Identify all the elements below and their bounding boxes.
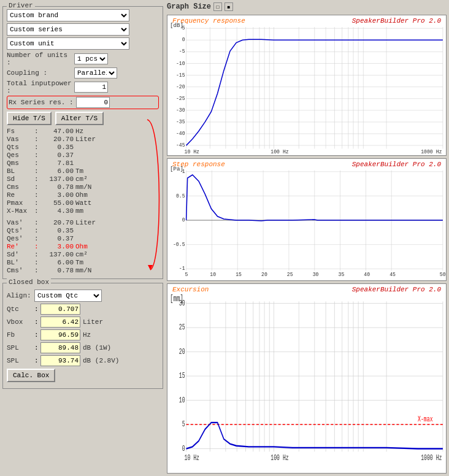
frequency-title-right: SpeakerBuilder Pro 2.0: [352, 17, 441, 25]
svg-text:25: 25: [287, 272, 293, 277]
svg-text:-0.5: -0.5: [173, 242, 185, 247]
align-select[interactable]: Custom Qtc: [34, 290, 102, 302]
svg-text:-35: -35: [176, 119, 185, 125]
svg-text:5: 5: [185, 272, 188, 277]
vbox-row: Vbox : Liter: [7, 317, 159, 328]
rx-series-input[interactable]: [76, 97, 110, 108]
unit-row: Custom unit: [7, 37, 159, 50]
num-units-select[interactable]: 1 pcs: [74, 53, 108, 64]
svg-text:100 Hz: 100 Hz: [271, 454, 288, 463]
left-panel: Driver Custom brand Custom series Custom…: [0, 0, 166, 476]
svg-text:1000 Hz: 1000 Hz: [421, 454, 442, 463]
spl2-input[interactable]: [40, 355, 80, 366]
param-row-sd2: Sd' : 137.00 cm²: [7, 251, 159, 258]
svg-text:-45: -45: [176, 142, 185, 148]
graph-size-small-icon[interactable]: □: [213, 2, 222, 11]
svg-text:20: 20: [179, 347, 185, 356]
svg-text:-10: -10: [176, 60, 185, 66]
svg-text:20: 20: [261, 272, 267, 277]
svg-text:30: 30: [179, 299, 185, 307]
svg-text:1: 1: [182, 169, 185, 174]
graph-size-large-icon[interactable]: ■: [224, 2, 233, 11]
excursion-title-left: Excursion: [172, 286, 209, 293]
step-title-right: SpeakerBuilder Pro 2.0: [352, 161, 441, 168]
svg-text:0: 0: [182, 217, 185, 223]
brand-select[interactable]: Custom brand: [7, 9, 129, 21]
spl2-unit: dB (2.8V): [80, 357, 119, 364]
brand-row: Custom brand: [7, 9, 159, 21]
unit-select[interactable]: Custom unit: [7, 37, 129, 50]
param-row-qes2: Qes' : 0.37: [7, 235, 159, 242]
fb-input[interactable]: [40, 329, 80, 340]
series-select[interactable]: Custom series: [7, 23, 129, 36]
spl1-row: SPL : dB (1W): [7, 342, 159, 353]
svg-text:15: 15: [179, 372, 185, 380]
svg-text:10: 10: [210, 272, 216, 277]
param-row-qes: Qes : 0.37: [7, 152, 159, 159]
svg-text:10 Hz: 10 Hz: [185, 454, 199, 463]
param-row-vas2: Vas' : 20.70 Liter: [7, 219, 159, 226]
ts-button-row: Hide T/S Alter T/S: [7, 112, 159, 125]
params-table: Fs : 47.00 Hz Vas : 20.70 Liter Qts : 0.…: [7, 128, 159, 274]
svg-text:5: 5: [182, 25, 185, 31]
svg-text:-5: -5: [179, 48, 185, 54]
svg-text:-25: -25: [176, 96, 185, 101]
graph-size-header: Graph Size □ ■: [167, 2, 447, 11]
param-row-fs: Fs : 47.00 Hz: [7, 128, 159, 135]
num-units-row: Number of units : 1 pcs: [7, 52, 159, 66]
svg-text:100 Hz: 100 Hz: [271, 149, 288, 155]
total-inputpower-row: Total inputpower :: [7, 80, 159, 94]
svg-text:-15: -15: [176, 72, 185, 78]
svg-text:5: 5: [182, 420, 185, 428]
param-row-sd: Sd : 137.00 cm²: [7, 175, 159, 183]
rx-series-label: Rx Series res. :: [9, 99, 76, 106]
driver-section-label: Driver: [7, 2, 35, 9]
qtc-row: Qtc :: [7, 304, 159, 315]
svg-text:0: 0: [182, 444, 185, 453]
param-name-fs: Fs: [7, 128, 34, 135]
spl1-input[interactable]: [40, 342, 80, 353]
svg-text:15: 15: [236, 272, 242, 277]
coupling-label: Coupling :: [7, 69, 74, 77]
param-row-bl2: BL' : 6.00 Tm: [7, 259, 159, 266]
right-panel: Graph Size □ ■ Frequency response Speake…: [166, 0, 449, 476]
svg-text:25: 25: [179, 323, 185, 332]
num-units-label: Number of units :: [7, 52, 74, 66]
coupling-select[interactable]: Parallel: [74, 67, 117, 79]
svg-text:-1: -1: [179, 266, 185, 271]
frequency-graph-svg: [dB] 5 0 -5 -10 -15: [167, 15, 446, 155]
total-inputpower-input[interactable]: [74, 82, 108, 93]
param-row-bl: BL : 6.00 Tm: [7, 167, 159, 175]
svg-text:0: 0: [182, 37, 185, 42]
param-row-cms: Cms : 0.78 mm/N: [7, 183, 159, 191]
hide-ts-button[interactable]: Hide T/S: [7, 112, 52, 125]
total-inputpower-label: Total inputpower :: [7, 80, 74, 94]
svg-text:10 Hz: 10 Hz: [185, 149, 199, 155]
alter-ts-button[interactable]: Alter T/S: [55, 112, 104, 125]
qtc-input[interactable]: [40, 304, 80, 315]
param-unit-fs: Hz: [74, 128, 101, 135]
step-graph-svg: [Pa] 1 0.5 0 -0.5 -1: [167, 159, 446, 280]
vbox-unit: Liter: [80, 318, 103, 326]
vbox-input[interactable]: [40, 317, 80, 328]
calc-box-button[interactable]: Calc. Box: [7, 369, 55, 382]
excursion-graph-svg: [mm] 30 25 20 15 10 5 0: [167, 284, 446, 473]
driver-section: Driver Custom brand Custom series Custom…: [2, 6, 163, 279]
align-row: Align: Custom Qtc: [7, 290, 159, 302]
closed-box-label: Closed box: [7, 278, 51, 286]
param-row-cms2: Cms' : 0.78 mm/N: [7, 267, 159, 274]
step-graph: Step response SpeakerBuilder Pro 2.0 [Pa…: [167, 158, 447, 281]
align-label: Align:: [7, 292, 34, 299]
param-row-vas: Vas : 20.70 Liter: [7, 136, 159, 143]
svg-text:0.5: 0.5: [176, 193, 185, 198]
svg-text:1000 Hz: 1000 Hz: [421, 149, 442, 155]
param-val-fs: 47.00: [42, 128, 74, 135]
series-row: Custom series: [7, 23, 159, 36]
param-row-re2: Re' : 3.00 Ohm: [7, 243, 159, 250]
fb-label: Fb: [7, 331, 34, 339]
param-row-re: Re : 3.00 Ohm: [7, 191, 159, 199]
spl2-label: SPL: [7, 357, 34, 364]
excursion-title-right: SpeakerBuilder Pro 2.0: [352, 286, 441, 293]
coupling-row: Coupling : Parallel: [7, 67, 159, 79]
qtc-label: Qtc: [7, 305, 34, 313]
